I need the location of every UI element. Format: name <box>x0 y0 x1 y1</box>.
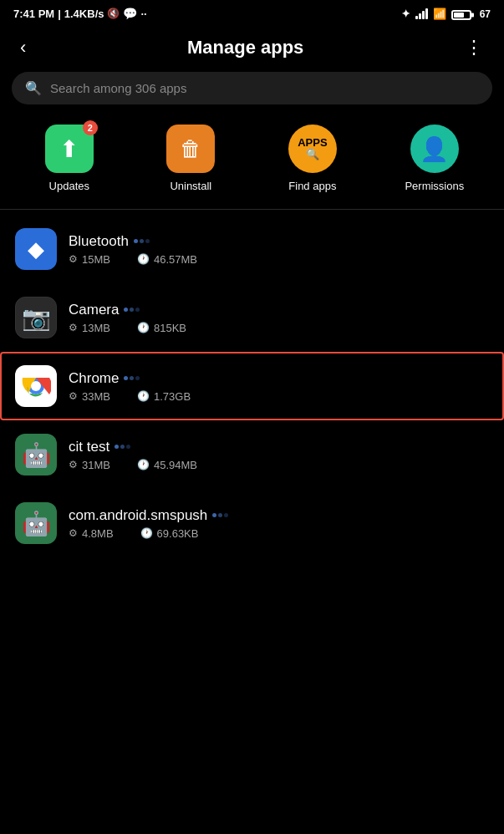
updates-action[interactable]: ⬆ 2 Updates <box>40 125 99 192</box>
sms-name-row: com.android.smspush <box>69 507 489 524</box>
camera-storage: ⚙ 13MB <box>69 322 110 334</box>
app-item-camera[interactable]: 📷 Camera ⚙ 13MB 🕐 815KB <box>0 283 504 352</box>
camera-name-row: Camera <box>69 302 489 318</box>
bluetooth-storage: ⚙ 15MB <box>69 253 110 266</box>
section-divider <box>0 209 504 210</box>
svg-point-2 <box>31 381 41 391</box>
cit-storage: ⚙ 31MB <box>69 459 110 471</box>
cit-app-info: cit test ⚙ 31MB 🕐 45.94MB <box>69 439 489 471</box>
camera-loading <box>124 308 140 312</box>
battery-percent: 67 <box>480 8 491 20</box>
uninstall-label: Uninstall <box>170 180 211 192</box>
updates-icon-wrap: ⬆ 2 <box>45 125 94 173</box>
bluetooth-status-icon: ✦ <box>401 8 410 20</box>
chrome-name-row: Chrome <box>69 370 489 387</box>
cit-loading <box>115 445 130 449</box>
camera-app-icon: 📷 <box>15 297 57 338</box>
bluetooth-app-info: Bluetooth ⚙ 15MB 🕐 46.57MB <box>69 233 489 266</box>
findapps-icon: APPS🔍 <box>298 137 327 161</box>
storage-icon: ⚙ <box>69 253 78 265</box>
search-icon: 🔍 <box>25 80 42 96</box>
battery-label: 67 <box>451 8 491 20</box>
network-speed: | <box>58 8 61 20</box>
app-item-smspush[interactable]: 🤖 com.android.smspush ⚙ 4.8MB 🕐 69.63KB <box>0 489 504 557</box>
sms-icon: 🤖 <box>22 510 51 537</box>
cache-icon: 🕐 <box>137 253 150 265</box>
search-input[interactable]: Search among 306 apps <box>50 81 186 95</box>
permissions-label: Permissions <box>405 180 464 192</box>
bluetooth-app-name: Bluetooth <box>69 233 129 250</box>
cache-icon4: 🕐 <box>137 459 150 470</box>
bluetooth-sizes: ⚙ 15MB 🕐 46.57MB <box>69 253 489 266</box>
app-item-bluetooth[interactable]: ◆ Bluetooth ⚙ 15MB 🕐 46.57MB <box>0 215 504 283</box>
storage-icon4: ⚙ <box>69 459 78 470</box>
sms-loading <box>212 513 228 517</box>
chrome-app-icon <box>15 365 57 407</box>
status-bar: 7:41 PM | 1.4KB/s 🔇 💬 ·· ✦ 📶 67 <box>0 0 504 27</box>
uninstall-icon: 🗑 <box>180 136 201 162</box>
uninstall-action[interactable]: 🗑 Uninstall <box>161 125 220 192</box>
uninstall-icon-wrap: 🗑 <box>166 125 215 173</box>
bluetooth-loading <box>134 239 150 243</box>
sms-cache: 🕐 69.63KB <box>140 527 199 540</box>
quick-actions-row: ⬆ 2 Updates 🗑 Uninstall APPS🔍 Find apps … <box>0 118 504 209</box>
camera-cache: 🕐 815KB <box>137 322 186 334</box>
cache-icon2: 🕐 <box>137 322 150 333</box>
cit-icon: 🤖 <box>22 441 51 469</box>
signal-icon <box>415 8 428 19</box>
camera-app-info: Camera ⚙ 13MB 🕐 815KB <box>69 302 489 334</box>
status-left: 7:41 PM | 1.4KB/s 🔇 💬 ·· <box>13 7 147 20</box>
chrome-app-name: Chrome <box>69 370 119 387</box>
sms-app-info: com.android.smspush ⚙ 4.8MB 🕐 69.63KB <box>69 507 489 540</box>
storage-icon5: ⚙ <box>69 527 78 539</box>
cit-sizes: ⚙ 31MB 🕐 45.94MB <box>69 459 489 471</box>
chrome-sizes: ⚙ 33MB 🕐 1.73GB <box>69 390 489 403</box>
chrome-app-info: Chrome ⚙ 33MB 🕐 1.73GB <box>69 370 489 403</box>
app-item-cit[interactable]: 🤖 cit test ⚙ 31MB 🕐 45.94MB <box>0 420 504 489</box>
cache-icon3: 🕐 <box>137 390 150 402</box>
permissions-action[interactable]: 👤 Permissions <box>405 125 464 192</box>
cit-name-row: cit test <box>69 439 489 455</box>
battery-icon <box>451 10 471 20</box>
bluetooth-icon: ◆ <box>28 236 44 262</box>
silent-icon: 🔇 <box>107 8 120 19</box>
whatsapp-icon: 💬 <box>123 7 137 20</box>
findapps-icon-wrap: APPS🔍 <box>288 125 337 173</box>
chrome-loading <box>124 376 140 380</box>
cit-app-name: cit test <box>69 439 109 455</box>
updates-badge: 2 <box>83 120 98 135</box>
bluetooth-app-icon: ◆ <box>15 228 57 270</box>
search-bar[interactable]: 🔍 Search among 306 apps <box>12 72 492 104</box>
app-list: ◆ Bluetooth ⚙ 15MB 🕐 46.57MB <box>0 215 504 557</box>
cache-icon5: 🕐 <box>140 527 153 539</box>
sms-storage: ⚙ 4.8MB <box>69 527 114 540</box>
findapps-label: Find apps <box>288 180 336 192</box>
sms-app-name: com.android.smspush <box>69 507 207 524</box>
overflow-menu-button[interactable]: ⋮ <box>458 33 491 62</box>
sms-app-icon: 🤖 <box>15 502 57 544</box>
back-button[interactable]: ‹ <box>13 33 33 62</box>
chrome-cache: 🕐 1.73GB <box>137 390 191 403</box>
findapps-action[interactable]: APPS🔍 Find apps <box>283 125 342 192</box>
cit-app-icon: 🤖 <box>15 434 57 475</box>
updates-label: Updates <box>49 180 89 192</box>
chrome-logo-svg <box>21 371 51 401</box>
bluetooth-cache: 🕐 46.57MB <box>137 253 197 266</box>
app-item-chrome[interactable]: Chrome ⚙ 33MB 🕐 1.73GB <box>0 352 504 420</box>
page-title: Manage apps <box>187 37 303 58</box>
camera-app-name: Camera <box>69 302 119 318</box>
permissions-icon: 👤 <box>420 135 449 163</box>
cit-cache: 🕐 45.94MB <box>137 459 197 471</box>
camera-icon: 📷 <box>22 304 51 332</box>
app-header: ‹ Manage apps ⋮ <box>0 27 504 72</box>
sms-sizes: ⚙ 4.8MB 🕐 69.63KB <box>69 527 489 540</box>
status-right: ✦ 📶 67 <box>401 8 491 20</box>
dots-icon: ·· <box>140 8 146 20</box>
bluetooth-name-row: Bluetooth <box>69 233 489 250</box>
storage-icon3: ⚙ <box>69 390 78 402</box>
permissions-icon-wrap: 👤 <box>410 125 459 173</box>
camera-sizes: ⚙ 13MB 🕐 815KB <box>69 322 489 334</box>
storage-icon2: ⚙ <box>69 322 78 333</box>
chrome-storage: ⚙ 33MB <box>69 390 110 403</box>
updates-icon: ⬆ <box>59 135 79 163</box>
